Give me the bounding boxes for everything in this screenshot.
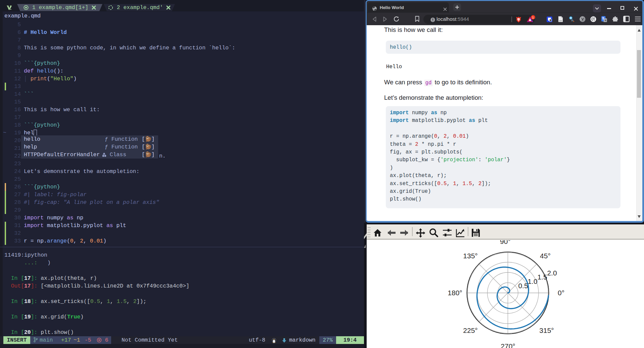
svg-text:180°: 180° [448, 289, 462, 297]
svg-text:225°: 225° [463, 327, 477, 334]
svg-text:2.0: 2.0 [547, 269, 557, 277]
svg-text:45°: 45° [540, 252, 551, 260]
svg-text:1.5: 1.5 [537, 273, 547, 281]
svg-text:0.5: 0.5 [518, 282, 528, 290]
svg-text:90°: 90° [500, 240, 511, 245]
svg-text:135°: 135° [463, 252, 477, 260]
svg-text:270°: 270° [501, 342, 515, 348]
svg-text:1.0: 1.0 [527, 277, 537, 285]
svg-text:0°: 0° [558, 289, 564, 297]
svg-text:315°: 315° [539, 327, 554, 334]
